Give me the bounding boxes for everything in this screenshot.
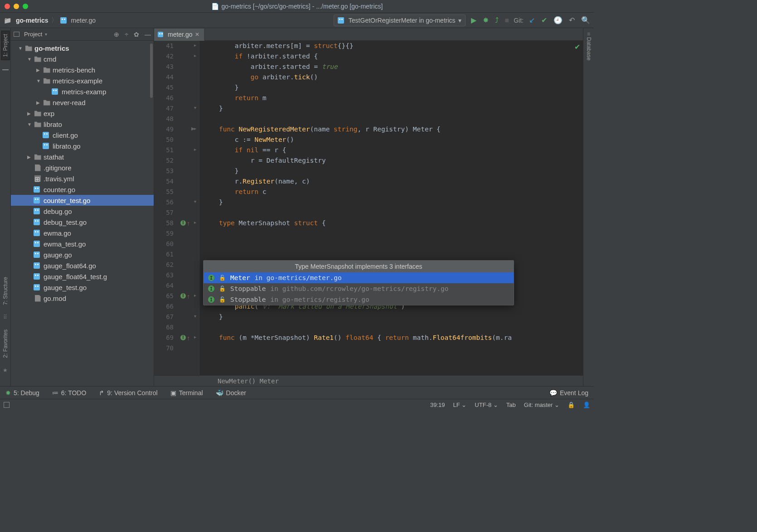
- tab-structure[interactable]: 7: Structure: [2, 277, 9, 305]
- tab-event-log[interactable]: 💬Event Log: [549, 389, 588, 397]
- popup-item-stoppable[interactable]: I🔓Stoppable in github.com/rcrowley/go-me…: [204, 283, 514, 294]
- tree-item-label: debug.go: [44, 208, 72, 215]
- go-file-icon: [34, 251, 42, 258]
- tab-version-control[interactable]: ↱9: Version Control: [99, 389, 157, 397]
- project-tree[interactable]: ▼go-metrics▼cmd▶metrics-bench▼metrics-ex…: [11, 41, 154, 386]
- tree-item-label: go.mod: [44, 295, 66, 302]
- tree-item-gauge-test-go[interactable]: gauge_test.go: [11, 282, 154, 293]
- tree-item--travis-yml[interactable]: ⊞.travis.yml: [11, 173, 154, 184]
- tree-item--gitignore[interactable]: .gitignore: [11, 162, 154, 173]
- popup-item-meter[interactable]: I🔓Meter in go-metrics/meter.go: [204, 272, 514, 283]
- expand-button[interactable]: ÷: [125, 31, 128, 38]
- tab-docker[interactable]: 🐳Docker: [216, 389, 246, 397]
- tree-item-debug-go[interactable]: debug.go: [11, 206, 154, 217]
- tab-debug[interactable]: ✸5: Debug: [5, 389, 39, 397]
- status-lock-icon[interactable]: 🔒: [568, 401, 575, 408]
- vcs-update-button[interactable]: ↙: [529, 16, 535, 24]
- tree-item-counter-test-go[interactable]: counter_test.go: [11, 195, 154, 206]
- tree-item-label: counter_test.go: [44, 197, 90, 204]
- history-button[interactable]: 🕘: [553, 16, 563, 24]
- tree-item-go-mod[interactable]: go.mod: [11, 293, 154, 304]
- tab-database[interactable]: Database: [586, 37, 592, 60]
- vcs-actions: ↙ ✔ 🕘 ↶ 🔍: [529, 16, 590, 24]
- tree-item-gauge-go[interactable]: gauge.go: [11, 249, 154, 260]
- chevron-down-icon: ▾: [458, 17, 461, 24]
- tree-item-counter-go[interactable]: counter.go: [11, 184, 154, 195]
- go-file-icon: [34, 208, 42, 214]
- tree-item-gauge-float64-test-g[interactable]: gauge_float64_test.g: [11, 271, 154, 282]
- scrollbar-thumb[interactable]: [150, 44, 153, 98]
- tree-item-ewma-go[interactable]: ewma.go: [11, 227, 154, 238]
- tab-terminal[interactable]: ▣Terminal: [170, 389, 203, 397]
- run-coverage-button[interactable]: ⤴: [495, 16, 499, 24]
- run-button[interactable]: ▶: [471, 16, 476, 24]
- titlebar: 📄go-metrics [~/go/src/go-metrics] - .../…: [0, 0, 594, 13]
- tab-favorites[interactable]: 2: Favorites: [2, 329, 9, 358]
- minimize-window-button[interactable]: [14, 4, 19, 9]
- tree-item-client-go[interactable]: client.go: [11, 130, 154, 140]
- editor-tab-meter-go[interactable]: meter.go ✕: [154, 28, 204, 41]
- go-file-icon: [34, 186, 42, 193]
- folder-open-icon: [24, 45, 33, 51]
- status-indent[interactable]: Tab: [506, 401, 516, 408]
- tree-item-label: metrics-examp: [62, 88, 106, 96]
- vcs-commit-button[interactable]: ✔: [541, 16, 547, 24]
- go-test-icon: [338, 17, 344, 24]
- go-file-icon: [34, 219, 42, 225]
- lock-icon: 🔓: [219, 296, 226, 303]
- code-editor[interactable]: ✔ 41424344454647484950515253545556575859…: [154, 41, 583, 375]
- tree-item-metrics-example[interactable]: ▼metrics-example: [11, 75, 154, 86]
- tool-windows-toggle[interactable]: [4, 402, 10, 408]
- tree-item-cmd[interactable]: ▼cmd: [11, 53, 154, 64]
- status-encoding[interactable]: UTF-8 ⌄: [475, 401, 498, 408]
- tree-item-metrics-bench[interactable]: ▶metrics-bench: [11, 64, 154, 75]
- tree-item-metrics-examp[interactable]: metrics-examp: [11, 86, 154, 97]
- tree-item-ewma-test-go[interactable]: ewma_test.go: [11, 238, 154, 249]
- hide-button[interactable]: —: [145, 31, 151, 38]
- gutter[interactable]: 4142434445464748495051525354555657585960…: [154, 41, 199, 375]
- code-content[interactable]: arbiter.meters[m] = struct{}{} if !arbit…: [199, 41, 583, 375]
- breadcrumb-project[interactable]: go-metrics: [16, 17, 49, 24]
- tree-item-gauge-float64-go[interactable]: gauge_float64.go: [11, 260, 154, 271]
- status-position[interactable]: 39:19: [430, 401, 445, 408]
- tree-item-never-read[interactable]: ▶never-read: [11, 97, 154, 108]
- tree-item-label: ewma_test.go: [44, 240, 86, 248]
- project-panel-title[interactable]: Project▾: [24, 31, 47, 38]
- tab-project[interactable]: 1: Project: [1, 31, 10, 60]
- go-file-icon: [34, 241, 42, 247]
- tree-item-label: gauge_float64.go: [44, 262, 96, 270]
- close-window-button[interactable]: [5, 4, 10, 9]
- popup-item-stoppable[interactable]: I🔓Stoppable in go-metrics/registry.go: [204, 294, 514, 305]
- tree-item-stathat[interactable]: ▶stathat: [11, 151, 154, 162]
- implements-popup: Type MeterSnapshot implements 3 interfac…: [203, 260, 514, 305]
- folder-icon: [34, 111, 42, 116]
- search-everywhere-button[interactable]: 🔍: [581, 16, 590, 24]
- locate-button[interactable]: ⊕: [114, 31, 119, 38]
- run-config-selector[interactable]: TestGetOrRegisterMeter in go-metrics ▾: [334, 15, 466, 26]
- folder-icon: [43, 100, 51, 106]
- close-tab-button[interactable]: ✕: [195, 31, 199, 38]
- tree-item-label: gauge_float64_test.g: [44, 273, 107, 281]
- tree-item-label: go-metrics: [34, 44, 69, 52]
- tree-item-go-metrics[interactable]: ▼go-metrics: [11, 43, 154, 53]
- tree-item-debug-test-go[interactable]: debug_test.go: [11, 217, 154, 227]
- traffic-lights: [5, 4, 28, 9]
- tree-item-librato-go[interactable]: librato.go: [11, 140, 154, 151]
- revert-button[interactable]: ↶: [569, 16, 575, 24]
- tree-item-label: debug_test.go: [44, 218, 87, 226]
- editor-breadcrumb[interactable]: NewMeter() Meter: [154, 375, 583, 386]
- tree-item-exp[interactable]: ▶exp: [11, 108, 154, 119]
- status-inspector-icon[interactable]: 👤: [583, 401, 590, 408]
- breadcrumb[interactable]: go-metrics 〉 meter.go: [4, 16, 96, 24]
- window-title: 📄go-metrics [~/go/src/go-metrics] - .../…: [0, 3, 594, 10]
- tree-item-librato[interactable]: ▼librato: [11, 119, 154, 130]
- editor-area: meter.go ✕ ✔ 414243444546474849505152535…: [154, 28, 583, 386]
- debug-button[interactable]: ✸: [483, 16, 489, 24]
- toolbar-actions: ▶ ✸ ⤴ ■: [471, 16, 510, 24]
- status-line-ending[interactable]: LF ⌄: [453, 401, 467, 408]
- tab-todo[interactable]: ≔6: TODO: [52, 389, 87, 397]
- breadcrumb-file[interactable]: meter.go: [71, 17, 96, 24]
- settings-button[interactable]: ✿: [134, 31, 139, 38]
- status-git-branch[interactable]: Git: master ⌄: [524, 401, 559, 408]
- zoom-window-button[interactable]: [23, 4, 28, 9]
